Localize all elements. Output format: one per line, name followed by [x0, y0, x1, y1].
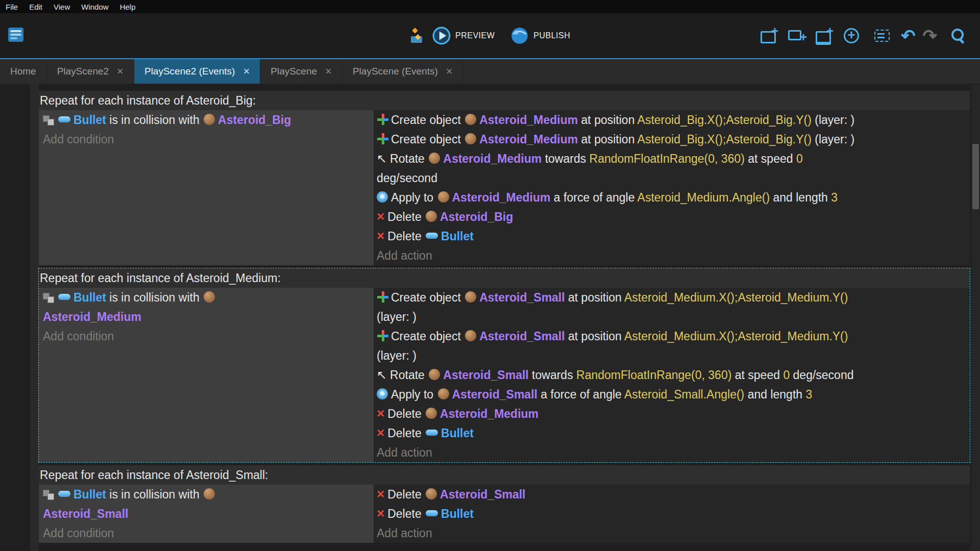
event-header[interactable]: Repeat for each instance of Asteroid_Med… [39, 268, 970, 288]
create-icon [377, 133, 389, 145]
action-row[interactable]: ×Delete Bullet [377, 423, 970, 443]
add-subevent-icon[interactable] [788, 27, 805, 44]
add-action-button[interactable]: Add action [377, 246, 970, 265]
preview-button[interactable]: PREVIEW [432, 26, 510, 45]
text-segment: at speed [731, 368, 783, 382]
events-gutter [30, 84, 39, 551]
text-segment: Bullet [74, 113, 106, 127]
event-0[interactable]: Repeat for each instance of Asteroid_Big… [39, 91, 970, 265]
rotate-icon: ↖ [377, 365, 387, 385]
text-segment: at position [578, 113, 637, 127]
preview-label: PREVIEW [455, 31, 495, 40]
bullet-icon [426, 510, 438, 516]
scrollbar-thumb[interactable] [972, 144, 979, 209]
menu-item-window[interactable]: Window [76, 3, 114, 11]
delete-icon: × [377, 210, 384, 223]
add-action-button[interactable]: Add action [377, 523, 970, 543]
text-segment: a force of angle [537, 388, 624, 401]
text-segment: 0 [796, 152, 803, 165]
action-row[interactable]: Apply to Asteroid_Medium a force of angl… [377, 188, 970, 207]
action-row[interactable]: Create object Asteroid_Small at position… [377, 288, 970, 327]
text-segment: Asteroid_Small [443, 368, 528, 382]
text-segment: Asteroid_Big.X();Asteroid_Big.Y() [638, 113, 812, 127]
text-segment: Rotate [390, 152, 428, 165]
asteroid-icon [204, 291, 215, 303]
action-row[interactable]: ×Delete Asteroid_Big [377, 207, 970, 227]
asteroid-icon [429, 369, 440, 380]
action-row[interactable]: ↖Rotate Asteroid_Small towards RandomFlo… [377, 365, 970, 385]
condition-row[interactable]: Bullet is in collision with Asteroid_Med… [43, 288, 370, 327]
network-preview-icon[interactable] [408, 27, 427, 45]
close-tab-icon[interactable]: × [243, 65, 250, 78]
delete-icon: × [377, 407, 384, 420]
action-row[interactable]: Create object Asteroid_Medium at positio… [377, 110, 970, 130]
condition-row[interactable]: Bullet is in collision with Asteroid_Sma… [43, 485, 370, 523]
tab-playscene2-events[interactable]: PlayScene2 (Events)× [134, 59, 260, 84]
conditions-column: Bullet is in collision with Asteroid_Med… [39, 288, 374, 462]
tab-home[interactable]: Home [0, 59, 47, 84]
action-row[interactable]: ×Delete Asteroid_Medium [377, 404, 970, 423]
tab-playscene[interactable]: PlayScene× [260, 59, 342, 84]
text-segment: at position [565, 330, 624, 343]
globe-icon [510, 26, 529, 45]
close-tab-icon[interactable]: × [446, 65, 453, 78]
text-segment: Asteroid_Small [479, 291, 565, 304]
conditions-column: Bullet is in collision with Asteroid_Sma… [39, 485, 374, 543]
add-comment-icon[interactable] [815, 27, 832, 44]
action-row[interactable]: ×Delete Asteroid_Small [377, 485, 970, 504]
text-segment: Asteroid_Medium [440, 407, 538, 420]
app-logo[interactable] [6, 25, 26, 46]
menu-item-edit[interactable]: Edit [23, 3, 48, 11]
text-segment: Asteroid_Small.Angle() [624, 388, 744, 401]
choose-event-icon[interactable] [873, 27, 891, 44]
action-row[interactable]: Create object Asteroid_Medium at positio… [377, 130, 970, 149]
event-header[interactable]: Repeat for each instance of Asteroid_Big… [39, 91, 970, 110]
publish-button[interactable]: PUBLISH [510, 26, 585, 45]
play-icon [432, 26, 451, 45]
action-row[interactable]: ↖Rotate Asteroid_Medium towards RandomFl… [377, 149, 970, 188]
text-segment: Asteroid_Big.X();Asteroid_Big.Y() [638, 133, 812, 146]
event-2[interactable]: Repeat for each instance of Asteroid_Sma… [39, 465, 970, 543]
text-segment: at speed [745, 152, 796, 165]
menu-item-file[interactable]: File [0, 3, 23, 11]
action-row[interactable]: Apply to Asteroid_Small a force of angle… [377, 385, 970, 404]
text-segment: Apply to [391, 388, 437, 401]
delete-icon: × [377, 229, 384, 242]
tab-playscene-events[interactable]: PlayScene (Events)× [342, 59, 463, 84]
text-segment: (layer: ) [377, 310, 416, 323]
add-action-button[interactable]: Add action [377, 443, 970, 462]
create-icon [377, 330, 389, 342]
action-row[interactable]: ×Delete Bullet [377, 227, 970, 246]
add-event-icon[interactable] [760, 27, 777, 44]
close-tab-icon[interactable]: × [325, 65, 332, 78]
redo-icon[interactable]: ↷ [923, 27, 938, 44]
undo-icon[interactable]: ↶ [901, 27, 916, 44]
delete-icon: × [377, 487, 384, 500]
text-segment: Create object [391, 330, 464, 343]
text-segment: Asteroid_Big [218, 113, 291, 127]
add-condition-button[interactable]: Add condition [43, 130, 370, 149]
text-segment: Asteroid_Medium [443, 152, 542, 165]
close-tab-icon[interactable]: × [117, 65, 124, 78]
tab-playscene2[interactable]: PlayScene2× [47, 59, 134, 84]
tab-label: PlayScene2 [57, 66, 109, 77]
tab-label: Home [10, 66, 36, 77]
event-body: Bullet is in collision with Asteroid_Med… [39, 288, 970, 462]
action-row[interactable]: Create object Asteroid_Small at position… [377, 327, 970, 365]
add-condition-button[interactable]: Add condition [43, 327, 370, 346]
text-segment: Asteroid_Medium.X();Asteroid_Medium.Y() [624, 330, 848, 343]
vertical-scrollbar[interactable] [971, 85, 980, 551]
action-row[interactable]: ×Delete Bullet [377, 504, 970, 523]
add-condition-button[interactable]: Add condition [43, 523, 370, 543]
text-segment: Create object [391, 291, 464, 304]
menu-item-view[interactable]: View [48, 3, 76, 11]
event-header[interactable]: Repeat for each instance of Asteroid_Sma… [39, 465, 970, 485]
menu-item-help[interactable]: Help [114, 3, 141, 11]
text-segment: Asteroid_Medium.X();Asteroid_Medium.Y() [624, 291, 848, 304]
event-1[interactable]: Repeat for each instance of Asteroid_Med… [39, 268, 970, 462]
add-circle-icon[interactable] [843, 27, 860, 44]
condition-row[interactable]: Bullet is in collision with Asteroid_Big [43, 110, 370, 130]
text-segment: (layer: ) [377, 349, 416, 362]
event-body: Bullet is in collision with Asteroid_Sma… [39, 485, 970, 543]
search-icon[interactable] [949, 27, 967, 44]
